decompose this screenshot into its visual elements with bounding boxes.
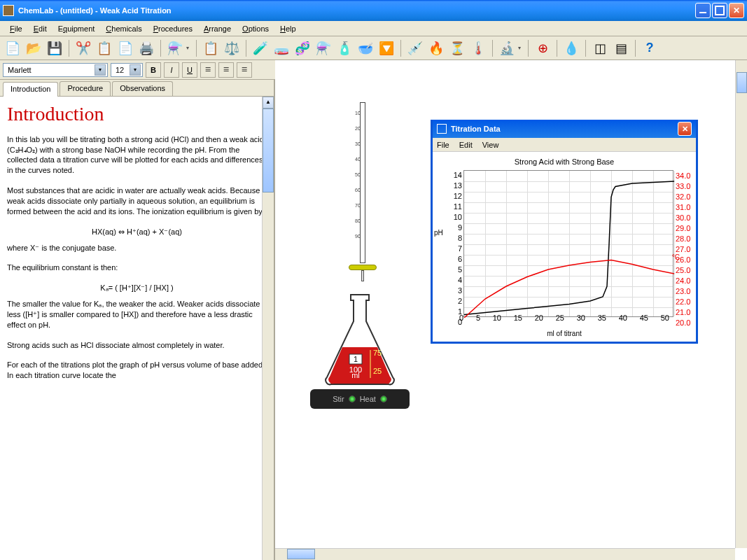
x-axis-ticks: 05101520253035404550	[459, 314, 669, 322]
ph-icon[interactable]: ⊕	[533, 38, 552, 58]
svg-text:ml: ml	[351, 371, 360, 379]
size-combo[interactable]: 12▾	[111, 63, 143, 77]
titration-close-button[interactable]: ✕	[678, 122, 692, 136]
tabs: Introduction Procedure Observations	[0, 80, 274, 97]
menu-help[interactable]: Help	[274, 23, 302, 34]
heat-knob[interactable]	[380, 396, 387, 402]
intro-p1: In this lab you will be titrating both a…	[7, 134, 267, 176]
svg-text:25: 25	[373, 367, 382, 375]
title-bar: ChemLab - (untitled) - Weak Acid Titrati…	[0, 0, 747, 21]
intro-p7: For each of the titrations plot the grap…	[7, 360, 267, 381]
left-pane: Marlett▾ 12▾ B I U ≡ ≡ ≡ Introduction Pr…	[0, 60, 275, 560]
titration-app-icon	[437, 124, 447, 134]
erlenmeyer-icon[interactable]: 🧴	[335, 38, 354, 58]
hourglass-icon[interactable]: ⏳	[447, 38, 467, 58]
align-center-button[interactable]: ≡	[218, 62, 234, 78]
burette[interactable]: 102030405060708090	[345, 102, 380, 281]
paste-icon[interactable]: 📄	[116, 38, 135, 58]
intro-p3: where X⁻ is the conjugate base.	[7, 243, 267, 253]
print-icon[interactable]: 🖨️	[137, 38, 156, 58]
workspace-scroll-horizontal[interactable]	[275, 548, 735, 560]
tab-observations[interactable]: Observations	[112, 81, 173, 96]
editor-scrollbar[interactable]: ▲	[262, 97, 274, 560]
menu-edit[interactable]: Edit	[28, 23, 53, 34]
help-icon[interactable]: ?	[640, 38, 659, 58]
workspace[interactable]: 102030405060708090 1 100 ml 75 25 Stir H…	[275, 60, 747, 560]
maximize-button[interactable]	[712, 3, 727, 18]
open-icon[interactable]: 📂	[24, 38, 43, 58]
bold-button[interactable]: B	[146, 62, 161, 78]
funnel-icon[interactable]: 🔽	[377, 38, 396, 58]
toolbar: 📄 📂 💾 ✂️ 📋 📄 🖨️ ⚗️▾ 📋 ⚖️ 🧪 🧫 🧬 ⚗️ 🧴 🥣 🔽 …	[0, 36, 747, 60]
y2-axis-ticks: 34.033.032.031.030.029.028.027.026.025.0…	[676, 171, 694, 328]
cut-icon[interactable]: ✂️	[74, 38, 93, 58]
tubes-icon[interactable]: 🧬	[293, 38, 312, 58]
flask-tool-icon[interactable]: 🧪	[251, 38, 270, 58]
dish-icon[interactable]: 🥣	[356, 38, 375, 58]
hotplate[interactable]: Stir Heat	[310, 389, 410, 409]
font-combo[interactable]: Marlett▾	[3, 63, 108, 77]
layout1-icon[interactable]: ◫	[590, 38, 610, 58]
menu-bar: File Edit Equipment Chemicals Procedures…	[0, 21, 747, 36]
new-icon[interactable]: 📄	[3, 38, 22, 58]
clipboard-icon[interactable]: 📋	[201, 38, 221, 58]
titration-menu: File Edit View	[433, 138, 696, 152]
menu-arrange[interactable]: Arrange	[198, 23, 237, 34]
close-button[interactable]	[729, 3, 744, 18]
burette-icon[interactable]: 💉	[405, 38, 425, 58]
equation-1: HX(aq) ⇔ H⁺(aq) + X⁻(aq)	[7, 227, 267, 237]
chart-title: Strong Acid with Strong Base	[437, 158, 692, 166]
y-axis-ticks: 14131211109876543210	[452, 170, 462, 328]
svg-text:1: 1	[354, 355, 358, 363]
x-axis-label: ml of titrant	[437, 330, 692, 337]
menu-equipment[interactable]: Equipment	[53, 23, 101, 34]
tab-procedure[interactable]: Procedure	[60, 81, 111, 96]
workspace-scroll-vertical[interactable]	[735, 60, 747, 548]
titr-menu-view[interactable]: View	[482, 141, 499, 149]
intro-heading: Introduction	[7, 101, 267, 127]
molecule-icon[interactable]: ⚗️	[165, 38, 185, 58]
menu-procedures[interactable]: Procedures	[148, 23, 198, 34]
menu-file[interactable]: File	[4, 23, 28, 34]
erlenmeyer-flask[interactable]: 1 100 ml 75 25	[314, 291, 405, 389]
save-icon[interactable]: 💾	[45, 38, 64, 58]
underline-button[interactable]: U	[182, 62, 197, 78]
titr-menu-edit[interactable]: Edit	[459, 141, 473, 149]
stand-icon[interactable]: 🔬	[497, 38, 517, 58]
window-title: ChemLab - (untitled) - Weak Acid Titrati…	[18, 6, 695, 15]
intro-p4: The equilibrium constant is then:	[7, 262, 267, 273]
intro-p2: Most substances that are acidic in water…	[7, 186, 267, 217]
intro-p5: The smaller the value for Kₐ, the weaker…	[7, 299, 267, 330]
thermometer-icon[interactable]: 🌡️	[468, 38, 488, 58]
y2-axis-label: °C	[672, 253, 680, 261]
dropper-icon[interactable]: 💧	[561, 38, 581, 58]
titration-titlebar[interactable]: Titration Data ✕	[433, 120, 696, 138]
copy-icon[interactable]: 📋	[95, 38, 114, 58]
align-left-button[interactable]: ≡	[200, 62, 216, 78]
testtube-icon[interactable]: 🧫	[272, 38, 291, 58]
stopcock[interactable]	[349, 265, 377, 270]
italic-button[interactable]: I	[164, 62, 179, 78]
format-bar: Marlett▾ 12▾ B I U ≡ ≡ ≡	[0, 60, 275, 80]
stir-knob[interactable]	[349, 396, 356, 402]
equation-2: Kₐ= ( [H⁺][X⁻] / [HX] )	[7, 283, 267, 293]
editor-pane[interactable]: Introduction In this lab you will be tit…	[0, 97, 274, 560]
menu-options[interactable]: Options	[237, 23, 274, 34]
minimize-button[interactable]	[695, 3, 711, 18]
plot-area: 34.033.032.031.030.029.028.027.026.025.0…	[463, 170, 673, 317]
titration-chart: Strong Acid with Strong Base pH 14131211…	[433, 152, 696, 342]
menu-chemicals[interactable]: Chemicals	[100, 23, 147, 34]
weigh-icon[interactable]: ⚖️	[222, 38, 242, 58]
svg-text:75: 75	[373, 349, 382, 357]
tab-introduction[interactable]: Introduction	[3, 82, 58, 97]
titration-window[interactable]: Titration Data ✕ File Edit View Strong A…	[431, 120, 698, 344]
app-icon	[3, 5, 14, 16]
intro-p6: Strong acids such as HCl dissociate almo…	[7, 340, 267, 351]
titr-menu-file[interactable]: File	[437, 141, 449, 149]
roundflask-icon[interactable]: ⚗️	[314, 38, 333, 58]
align-right-button[interactable]: ≡	[237, 62, 252, 78]
layout2-icon[interactable]: ▤	[611, 38, 631, 58]
burner-icon[interactable]: 🔥	[426, 38, 446, 58]
